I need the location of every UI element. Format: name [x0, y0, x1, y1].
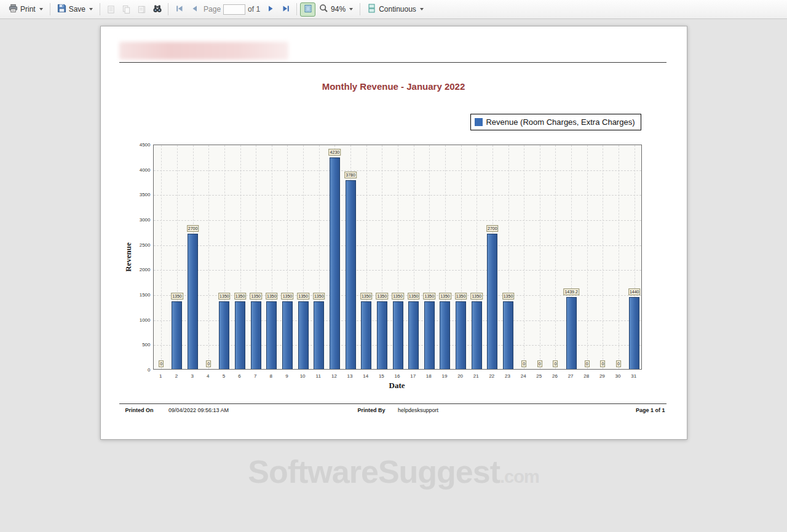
report-viewer-toolbar: Print Save Page of 1 [0, 0, 787, 19]
bar-value-label: 0 [553, 360, 558, 367]
x-axis-title: Date [389, 381, 405, 391]
bar-value-label: 2700 [486, 225, 499, 232]
bar-day-22 [487, 234, 497, 369]
bar-day-5 [219, 301, 229, 369]
toolbar-separator [296, 3, 297, 15]
zoom-button[interactable]: 94% [315, 1, 357, 17]
chart-legend: Revenue (Room Charges, Extra Charges) [470, 114, 641, 130]
x-tick-label: 1 [159, 373, 162, 379]
bar-day-10 [298, 301, 309, 369]
x-tick-label: 29 [599, 373, 605, 379]
x-tick-label: 31 [631, 373, 636, 379]
save-button[interactable]: Save [53, 1, 97, 17]
printed-by: Printed By helpdesksupport [358, 407, 439, 413]
report-page: Monthly Revenue - January 2022 Revenue (… [100, 26, 687, 440]
view-mode-button[interactable]: Continuous [363, 1, 427, 17]
x-tick-label: 26 [552, 373, 558, 379]
page-info: Page 1 of 1 [636, 407, 665, 413]
bar-value-label: 1350 [171, 293, 183, 300]
first-page-icon [175, 4, 184, 15]
bar-value-label: 1350 [266, 293, 278, 300]
report-title: Monthly Revenue - January 2022 [101, 81, 687, 92]
y-tick-label: 2500 [121, 242, 151, 248]
gridline-horizontal [154, 195, 641, 196]
binoculars-icon [152, 4, 162, 15]
bar-value-label: 1350 [392, 293, 404, 300]
page-view-toggle-button[interactable] [300, 2, 315, 17]
bar-day-19 [440, 301, 450, 369]
x-tick-label: 2 [175, 373, 178, 379]
x-tick-label: 23 [505, 373, 510, 379]
chart-plot: 0135027000135013501350135013501350135042… [153, 145, 642, 370]
x-tick-label: 18 [426, 373, 432, 379]
x-tick-label: 17 [410, 373, 416, 379]
x-tick-label: 13 [347, 373, 353, 379]
bar-value-label: 1350 [470, 293, 483, 300]
bar-day-17 [408, 301, 419, 369]
first-page-button[interactable] [172, 2, 187, 17]
page-number-input[interactable] [223, 4, 245, 15]
gridline-vertical [555, 145, 556, 369]
bar-value-label: 1350 [297, 293, 309, 300]
bar-value-label: 1350 [376, 293, 389, 300]
page-footer: Printed On 09/04/2022 09:56:13 AM Printe… [119, 407, 666, 416]
y-tick-label: 3000 [121, 217, 151, 223]
bar-day-27 [566, 297, 577, 369]
bar-value-label: 1350 [250, 293, 262, 300]
watermark: SoftwareSuggest.com [0, 453, 787, 490]
bar-day-31 [629, 297, 639, 369]
bar-value-label: 1350 [439, 293, 451, 300]
bar-value-label: 3780 [344, 172, 357, 178]
print-button[interactable]: Print [5, 1, 47, 17]
page-count-label: of 1 [248, 5, 260, 14]
gridline-horizontal [154, 270, 641, 271]
x-tick-label: 16 [395, 373, 400, 379]
magnifier-icon [319, 4, 328, 15]
bar-value-label: 1350 [234, 293, 247, 300]
legend-label: Revenue (Room Charges, Extra Charges) [486, 117, 635, 127]
next-page-icon [266, 4, 275, 15]
bar-day-7 [251, 301, 261, 369]
previous-page-button[interactable] [187, 2, 202, 17]
bar-day-6 [235, 301, 245, 369]
x-tick-label: 7 [254, 373, 256, 379]
bar-value-label: 0 [600, 360, 605, 367]
revenue-chart: Revenue 01350270001350135013501350135013… [101, 145, 688, 397]
footer-rule [119, 403, 666, 404]
bar-value-label: 1350 [423, 293, 435, 300]
x-tick-label: 12 [331, 373, 337, 379]
find-button[interactable] [149, 2, 165, 17]
y-tick-label: 1500 [121, 292, 151, 298]
gridline-vertical [540, 145, 540, 369]
bar-day-13 [346, 180, 356, 369]
toolbar-separator [100, 3, 100, 15]
x-tick-label: 21 [473, 373, 479, 379]
x-tick-label: 4 [207, 373, 209, 379]
chevron-down-icon [89, 8, 93, 10]
last-page-button[interactable] [278, 2, 293, 17]
chevron-down-icon [39, 8, 43, 10]
printed-on: Printed On 09/04/2022 09:56:13 AM [125, 407, 229, 413]
x-tick-label: 30 [615, 373, 621, 379]
x-tick-label: 22 [489, 373, 494, 379]
printed-on-value: 09/04/2022 09:56:13 AM [168, 407, 229, 413]
x-tick-label: 24 [521, 373, 526, 379]
gridline-horizontal [154, 220, 641, 221]
previous-page-icon [191, 4, 199, 15]
bar-day-20 [456, 301, 466, 369]
bar-value-label: 4230 [329, 149, 341, 156]
y-tick-label: 500 [121, 342, 151, 347]
toolbar-separator [50, 3, 50, 15]
view-mode-label: Continuous [379, 5, 416, 14]
y-tick-label: 4000 [121, 167, 151, 173]
x-tick-label: 3 [191, 373, 193, 379]
bar-day-3 [188, 234, 198, 369]
printer-icon [9, 4, 18, 15]
y-tick-label: 0 [121, 367, 151, 373]
bar-day-9 [282, 301, 293, 369]
printed-by-label: Printed By [358, 407, 386, 413]
next-page-button[interactable] [263, 2, 278, 17]
copy-page-icon [119, 2, 134, 17]
x-tick-label: 15 [379, 373, 384, 379]
continuous-pages-icon [367, 4, 376, 15]
